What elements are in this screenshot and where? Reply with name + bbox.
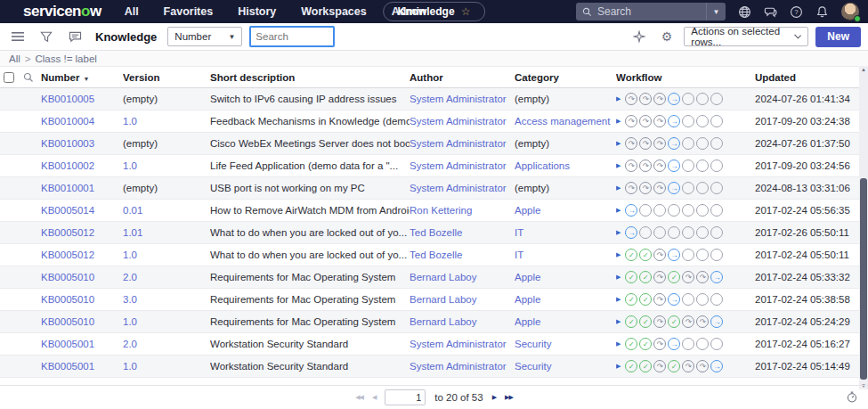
version-link[interactable]: 1.0 [123,160,210,171]
search-scope-dropdown[interactable]: ▼ [706,3,726,20]
author-link[interactable]: Ted Bozelle [410,227,515,238]
kb-number-link[interactable]: KB0005010 [41,316,123,327]
author-link[interactable]: System Administrator [410,94,515,104]
author-link[interactable]: Ron Kettering [410,205,515,216]
workflow-expand-icon[interactable]: ▶ [616,318,621,325]
version-link[interactable]: 0.01 [123,205,210,216]
category-link[interactable]: Security [515,361,616,372]
sparkle-personalize-icon[interactable] [629,30,650,43]
workflow-expand-icon[interactable]: ▶ [616,363,621,370]
breadcrumb-filter[interactable]: Class != label [36,53,97,64]
kb-number-link[interactable]: KB0005001 [41,361,123,372]
category-link[interactable]: IT [515,249,616,260]
column-header-workflow[interactable]: Workflow [616,72,755,83]
workflow-expand-icon[interactable]: ▶ [616,229,621,236]
actions-select[interactable]: Actions on selected rows... [684,27,808,46]
category-link[interactable]: IT [515,227,616,238]
filter-icon[interactable] [36,31,57,43]
author-link[interactable]: System Administrator [410,138,515,149]
kb-number-link[interactable]: KB0005010 [41,272,123,282]
notifications-bell-icon[interactable] [815,5,829,19]
response-time-icon[interactable] [847,391,857,403]
servicenow-logo[interactable]: servicenow [23,3,101,20]
workflow-expand-icon[interactable]: ▶ [616,118,621,125]
category-link[interactable]: Applications [515,160,616,171]
nav-item-favorites[interactable]: Favorites [164,5,214,18]
prev-page-button[interactable]: ◀ [372,394,376,401]
kb-number-link[interactable]: KB0010004 [41,116,123,127]
author-link[interactable]: Ted Bozelle [410,249,515,260]
workflow-expand-icon[interactable]: ▶ [616,207,621,214]
nav-item-history[interactable]: History [238,5,276,18]
version-link[interactable]: 2.0 [123,272,210,282]
category-link[interactable]: Apple [515,316,616,327]
vertical-scrollbar[interactable]: ▲ ▼ [859,66,868,389]
workflow-expand-icon[interactable]: ▶ [616,340,621,348]
author-link[interactable]: Bernard Laboy [410,294,515,305]
next-page-button[interactable]: ▶ [492,394,496,401]
column-header-version[interactable]: Version [123,72,210,83]
help-icon[interactable]: ? [790,5,803,19]
kb-number-link[interactable]: KB0005010 [41,294,123,305]
kb-number-link[interactable]: KB0010003 [41,138,123,149]
author-link[interactable]: Bernard Laboy [410,272,515,282]
column-header-short-description[interactable]: Short description [210,72,410,83]
kb-number-link[interactable]: KB0005012 [41,249,123,260]
category-link[interactable]: Apple [515,272,616,282]
nav-item-all[interactable]: All [125,5,139,18]
workflow-expand-icon[interactable]: ▶ [616,184,621,192]
list-search-input[interactable] [249,26,335,47]
column-header-author[interactable]: Author [410,72,515,83]
kb-number-link[interactable]: KB0005014 [41,205,123,216]
page-number-input[interactable] [385,389,426,405]
workflow-expand-icon[interactable]: ▶ [616,251,621,258]
chat-icon[interactable] [764,5,777,19]
author-link[interactable]: System Administrator [410,339,515,349]
search-column-select[interactable]: Number ▼ [167,27,242,46]
current-app-pill[interactable]: Knowledge ☆ [383,2,486,21]
column-search-icon[interactable] [23,72,41,83]
favorite-star-icon[interactable]: ☆ [461,5,471,18]
version-link[interactable]: 1.01 [123,227,210,238]
kb-number-link[interactable]: KB0010005 [41,94,123,104]
category-link[interactable]: Security [515,339,616,349]
column-header-number[interactable]: Number▼ [41,72,123,83]
kb-number-link[interactable]: KB0005001 [41,339,123,349]
kb-number-link[interactable]: KB0010001 [41,183,123,193]
kb-number-link[interactable]: KB0005012 [41,227,123,238]
kb-number-link[interactable]: KB0010002 [41,160,123,171]
gear-icon[interactable]: ⚙ [657,29,677,44]
category-link[interactable]: Access management [515,116,616,127]
author-link[interactable]: System Administrator [410,160,515,171]
column-header-category[interactable]: Category [515,72,616,83]
globe-icon[interactable] [738,5,751,19]
global-search[interactable]: Search ▼ [576,3,726,20]
workflow-expand-icon[interactable]: ▶ [616,162,621,169]
message-icon[interactable] [64,31,86,43]
first-page-button[interactable]: ◀◀ [355,394,363,401]
version-link[interactable]: 1.0 [123,316,210,327]
column-header-updated[interactable]: Updated [755,72,859,83]
version-link[interactable]: 1.0 [123,116,210,127]
workflow-expand-icon[interactable]: ▶ [616,296,621,303]
select-all-checkbox[interactable] [0,72,23,83]
scrollbar-thumb[interactable] [860,178,867,380]
author-link[interactable]: System Administrator [410,361,515,372]
new-button[interactable]: New [815,27,861,47]
select-all-checkbox-input[interactable] [4,72,14,83]
author-link[interactable]: Bernard Laboy [410,316,515,327]
version-link[interactable]: 3.0 [123,294,210,305]
version-link[interactable]: 1.0 [123,361,210,372]
workflow-expand-icon[interactable]: ▶ [616,140,621,147]
author-link[interactable]: System Administrator [410,116,515,127]
list-menu-icon[interactable] [7,31,28,42]
last-page-button[interactable]: ▶▶ [505,394,513,401]
nav-item-workspaces[interactable]: Workspaces [301,5,366,18]
version-link[interactable]: 2.0 [123,339,210,349]
user-avatar[interactable] [841,3,859,20]
workflow-expand-icon[interactable]: ▶ [616,274,621,281]
author-link[interactable]: System Administrator [410,183,515,193]
scroll-up-icon[interactable]: ▲ [859,67,868,72]
workflow-expand-icon[interactable]: ▶ [616,95,621,102]
category-link[interactable]: Apple [515,294,616,305]
